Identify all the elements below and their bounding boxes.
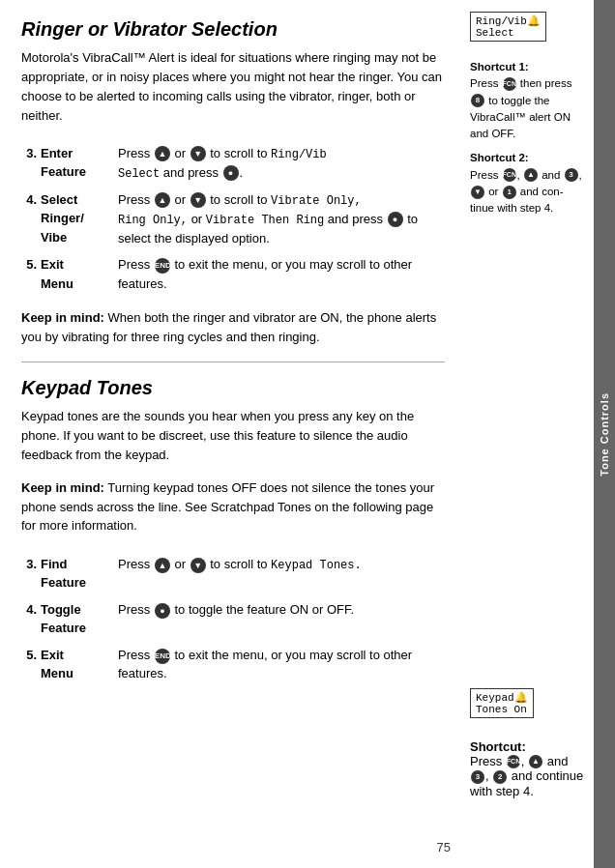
box1-line2: Select: [476, 27, 514, 39]
shortcut2-block: Shortcut 2: Press FCN, ▲ and 3, ▼ or 1 a…: [470, 150, 586, 217]
down-btn2: ▼: [471, 186, 484, 199]
table-row: 3. FindFeature Press ▲ or ▼ to scroll to…: [21, 551, 445, 596]
table-row: 3. EnterFeature Press ▲ or ▼ to scroll t…: [21, 140, 445, 187]
end-btn: END: [155, 649, 170, 664]
up-btn3: ▲: [529, 755, 542, 768]
section2-steps: 3. FindFeature Press ▲ or ▼ to scroll to…: [21, 551, 445, 687]
select-btn: ●: [223, 165, 239, 181]
box2-line2: Tones On: [476, 704, 527, 715]
up-btn: ▲: [155, 558, 170, 573]
shortcut1-block: Shortcut 1: Press FCN then press 8 to to…: [470, 59, 586, 142]
shortcut2-label: Shortcut 2:: [470, 150, 586, 166]
up-btn: ▲: [155, 192, 170, 208]
step-num: 4.: [21, 187, 39, 252]
step-num: 5.: [21, 251, 39, 297]
step-num: 3.: [21, 551, 39, 596]
step-label: ExitMenu: [39, 642, 116, 687]
select-btn: ●: [155, 603, 170, 619]
section2-title: Keypad Tones: [21, 376, 445, 399]
shortcut3-label: Shortcut:: [470, 739, 586, 754]
step-label: ToggleFeature: [39, 596, 116, 642]
section1-keep-in-mind: Keep in mind: When both the ringer and v…: [21, 308, 445, 346]
shortcut1-text: Press FCN then press 8 to toggle the Vib…: [470, 75, 586, 142]
step-num: 5.: [21, 642, 39, 687]
step-content: Press ● to toggle the feature ON or OFF.: [116, 596, 445, 642]
section1: Ringer or Vibrator Selection Motorola's …: [21, 17, 445, 346]
step-content: Press END to exit the menu, or you may s…: [116, 251, 445, 297]
step-num: 3.: [21, 140, 39, 187]
step-label: SelectRinger/Vibe: [39, 187, 116, 252]
one-btn: 1: [503, 186, 516, 199]
section-divider: [21, 362, 445, 362]
tone-controls-tab: Tone Controls: [594, 0, 615, 868]
down-btn: ▼: [190, 192, 206, 208]
table-row: 5. ExitMenu Press END to exit the menu, …: [21, 251, 445, 297]
down-btn: ▼: [190, 146, 206, 161]
box1-line1: Ring/Vib: [476, 15, 527, 27]
box2-line1: Keypad: [476, 692, 514, 704]
section1-title: Ringer or Vibrator Selection: [21, 17, 445, 41]
ring-vib-display-box: Ring/Vib🔔 Select: [470, 12, 546, 42]
ring-vib-box-container: Ring/Vib🔔 Select: [470, 12, 586, 49]
tone-controls-label: Tone Controls: [599, 392, 610, 477]
shortcut1-label: Shortcut 1:: [470, 59, 586, 75]
right-panel: Ring/Vib🔔 Select Shortcut 1: Press FCN t…: [462, 0, 594, 868]
end-btn: END: [155, 258, 170, 274]
section2-keep-in-mind: Keep in mind: Turning keypad tones OFF d…: [21, 478, 445, 535]
main-content: Ringer or Vibrator Selection Motorola's …: [0, 0, 462, 868]
step-content: Press ▲ or ▼ to scroll to Ring/VibSelect…: [116, 140, 445, 187]
section1-steps: 3. EnterFeature Press ▲ or ▼ to scroll t…: [21, 140, 445, 298]
panel-gap: [470, 224, 586, 688]
bottom-spacer: [470, 798, 586, 856]
section2: Keypad Tones Keypad tones are the sounds…: [21, 376, 445, 687]
table-row: 5. ExitMenu Press END to exit the menu, …: [21, 642, 445, 687]
two-btn: 2: [493, 770, 507, 784]
section1-intro: Motorola's VibraCall™ Alert is ideal for…: [21, 48, 445, 127]
three-btn: 3: [565, 168, 578, 182]
keypad-tones-box-container: Keypad🔔 Tones On: [470, 688, 586, 726]
select-btn: ●: [388, 212, 403, 227]
step-label: ExitMenu: [39, 251, 116, 297]
three-btn2: 3: [471, 770, 484, 784]
step-content: Press ▲ or ▼ to scroll to Vibrate Only,R…: [116, 187, 445, 252]
fcn-btn2: FCN: [503, 168, 516, 182]
step-num: 4.: [21, 596, 39, 642]
down-btn: ▼: [190, 558, 206, 573]
eight-btn: 8: [471, 94, 484, 107]
step-content: Press ▲ or ▼ to scroll to Keypad Tones.: [116, 551, 445, 596]
up-btn: ▲: [155, 146, 170, 161]
up-btn2: ▲: [524, 168, 538, 182]
fcn-btn3: FCN: [507, 755, 520, 768]
section2-intro: Keypad tones are the sounds you hear whe…: [21, 407, 445, 465]
fcn-btn: FCN: [503, 77, 516, 91]
shortcut3-text: Press FCN, ▲ and 3, 2 and continue with …: [470, 754, 586, 798]
step-label: EnterFeature: [39, 140, 116, 187]
table-row: 4. SelectRinger/Vibe Press ▲ or ▼ to scr…: [21, 187, 445, 252]
step-label: FindFeature: [39, 551, 116, 596]
page-number: 75: [437, 840, 451, 854]
table-row: 4. ToggleFeature Press ● to toggle the f…: [21, 596, 445, 642]
keypad-tones-display-box: Keypad🔔 Tones On: [470, 688, 534, 718]
step-content: Press END to exit the menu, or you may s…: [116, 642, 445, 687]
shortcut3-block: Shortcut: Press FCN, ▲ and 3, 2 and cont…: [470, 739, 586, 798]
shortcut2-text: Press FCN, ▲ and 3, ▼ or 1 and con-tinue…: [470, 167, 586, 217]
